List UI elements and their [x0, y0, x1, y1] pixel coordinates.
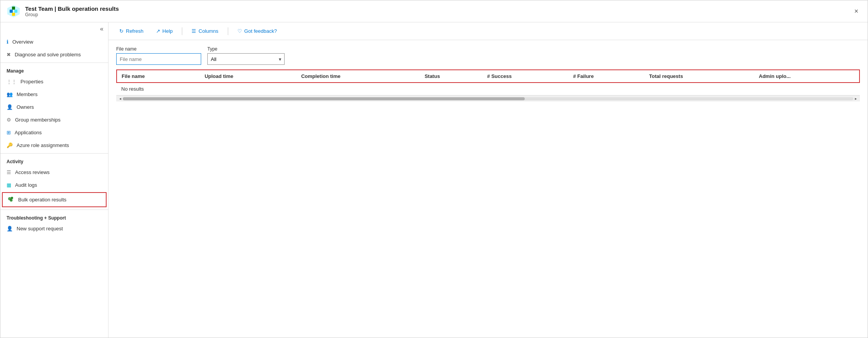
refresh-button[interactable]: ↻ Refresh [116, 26, 147, 36]
type-select[interactable]: All Add members Remove members Import gr… [207, 53, 285, 65]
col-failure: # Failure [568, 70, 644, 83]
svg-rect-4 [12, 13, 15, 16]
role-assignments-icon: 🔑 [7, 142, 13, 148]
info-icon: ℹ [7, 39, 8, 45]
troubleshooting-section-label: Troubleshooting + Support [0, 210, 108, 222]
scroll-left-arrow[interactable]: ◂ [118, 96, 123, 101]
main-window: Test Team | Bulk operation results Group… [0, 0, 868, 338]
help-button[interactable]: ↗ Help [153, 26, 176, 36]
refresh-icon: ↻ [119, 28, 124, 34]
svg-rect-3 [12, 7, 15, 10]
col-completion-time: Completion time [297, 70, 420, 83]
svg-rect-1 [10, 10, 13, 13]
sidebar-collapse-area: « [0, 22, 108, 35]
title-bar: Test Team | Bulk operation results Group… [0, 0, 868, 22]
columns-button[interactable]: ☰ Columns [188, 26, 221, 36]
sidebar-item-applications[interactable]: ⊞ Applications [0, 126, 108, 139]
svg-point-7 [10, 199, 13, 202]
sidebar-item-audit-logs[interactable]: ▦ Audit logs [0, 179, 108, 191]
sidebar-item-properties[interactable]: ⋮⋮ Properties [0, 75, 108, 88]
table-container: File name Upload time Completion time St… [108, 69, 868, 338]
bulk-operation-results-icon [7, 196, 14, 204]
audit-logs-icon: ▦ [7, 182, 11, 188]
type-label: Type [207, 46, 285, 52]
col-upload-time: Upload time [200, 70, 297, 83]
scroll-thumb[interactable] [123, 97, 525, 100]
sidebar-item-access-reviews[interactable]: ☰ Access reviews [0, 166, 108, 179]
manage-section-label: Manage [0, 63, 108, 75]
table-header-row: File name Upload time Completion time St… [117, 70, 860, 83]
toolbar-separator-2 [228, 27, 228, 35]
applications-icon: ⊞ [7, 130, 11, 135]
horizontal-scrollbar[interactable]: ◂ ▸ [116, 95, 860, 101]
owners-icon: 👤 [7, 104, 13, 110]
diagnose-icon: ✖ [7, 52, 11, 57]
properties-icon: ⋮⋮ [7, 79, 17, 84]
filter-bar: File name Type All Add members Remove me… [108, 40, 868, 69]
members-icon: 👥 [7, 91, 13, 97]
support-request-icon: 👤 [7, 226, 13, 232]
table-no-results-row: No results [117, 83, 860, 95]
scroll-track[interactable] [123, 97, 853, 100]
title-text: Test Team | Bulk operation results Group [25, 5, 119, 17]
no-results-text: No results [117, 83, 200, 95]
toolbar: ↻ Refresh ↗ Help ☰ Columns ♡ Got feedbac… [108, 22, 868, 40]
filename-filter-group: File name [116, 46, 201, 65]
feedback-icon: ♡ [237, 28, 242, 34]
sidebar-item-members[interactable]: 👥 Members [0, 88, 108, 101]
content-area: ↻ Refresh ↗ Help ☰ Columns ♡ Got feedbac… [108, 22, 868, 338]
activity-section-label: Activity [0, 153, 108, 166]
col-admin-upload: Admin uplo... [754, 70, 860, 83]
main-layout: « ℹ Overview ✖ Diagnose and solve proble… [0, 22, 868, 338]
app-logo [7, 4, 20, 18]
sidebar-item-new-support-request[interactable]: 👤 New support request [0, 222, 108, 235]
table-body: No results [117, 83, 860, 95]
sidebar-item-overview[interactable]: ℹ Overview [0, 35, 108, 48]
help-icon: ↗ [156, 28, 160, 34]
toolbar-separator-1 [182, 27, 182, 35]
sidebar-item-group-memberships[interactable]: ⚙ Group memberships [0, 113, 108, 126]
filename-input[interactable] [116, 53, 201, 65]
table-header: File name Upload time Completion time St… [117, 70, 860, 83]
type-filter-group: Type All Add members Remove members Impo… [207, 46, 285, 65]
feedback-button[interactable]: ♡ Got feedback? [234, 26, 280, 36]
col-filename: File name [117, 70, 200, 83]
results-table: File name Upload time Completion time St… [116, 69, 860, 95]
svg-point-6 [11, 197, 13, 199]
group-memberships-icon: ⚙ [7, 117, 11, 123]
col-success: # Success [483, 70, 569, 83]
sidebar-item-owners[interactable]: 👤 Owners [0, 101, 108, 113]
sidebar-item-azure-role-assignments[interactable]: 🔑 Azure role assignments [0, 139, 108, 152]
sidebar-item-bulk-operation-results[interactable]: Bulk operation results [2, 192, 107, 207]
filename-label: File name [116, 46, 201, 52]
col-total-requests: Total requests [644, 70, 754, 83]
scroll-right-arrow[interactable]: ▸ [853, 96, 858, 101]
page-title: Test Team | Bulk operation results [25, 5, 119, 12]
page-subtitle: Group [25, 12, 119, 17]
access-reviews-icon: ☰ [7, 169, 11, 175]
type-select-wrapper: All Add members Remove members Import gr… [207, 53, 285, 65]
sidebar: « ℹ Overview ✖ Diagnose and solve proble… [0, 22, 108, 338]
col-status: Status [420, 70, 483, 83]
sidebar-collapse-button[interactable]: « [100, 25, 103, 32]
columns-icon: ☰ [192, 28, 196, 34]
sidebar-item-diagnose[interactable]: ✖ Diagnose and solve problems [0, 48, 108, 61]
close-button[interactable]: × [851, 6, 861, 17]
svg-rect-2 [14, 10, 17, 13]
